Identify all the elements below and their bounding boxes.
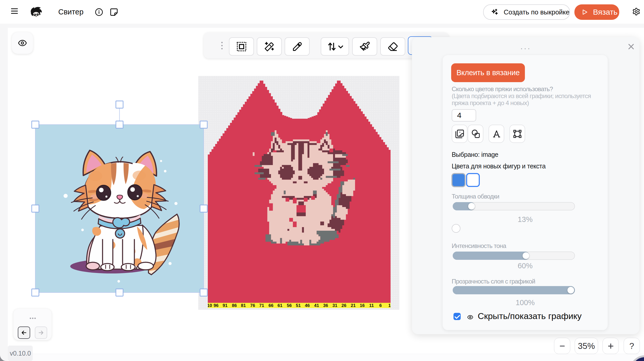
svg-text:81: 81: [241, 303, 246, 308]
svg-text:56: 56: [287, 303, 292, 308]
svg-text:91: 91: [223, 303, 228, 308]
svg-text:1: 1: [388, 303, 391, 308]
svg-text:26: 26: [342, 303, 346, 308]
svg-text:96: 96: [214, 303, 219, 308]
svg-text:10: 10: [208, 303, 212, 308]
svg-text:6: 6: [379, 303, 382, 308]
svg-text:31: 31: [333, 303, 337, 308]
svg-text:76: 76: [250, 303, 255, 308]
svg-text:61: 61: [278, 303, 283, 308]
svg-text:51: 51: [296, 303, 301, 308]
svg-text:46: 46: [305, 303, 310, 308]
svg-text:71: 71: [259, 303, 264, 308]
svg-text:66: 66: [269, 303, 274, 308]
svg-text:16: 16: [360, 303, 365, 308]
svg-text:36: 36: [323, 303, 328, 308]
svg-text:11: 11: [369, 303, 374, 308]
svg-text:21: 21: [351, 303, 356, 308]
svg-text:86: 86: [232, 303, 237, 308]
svg-text:41: 41: [314, 303, 319, 308]
